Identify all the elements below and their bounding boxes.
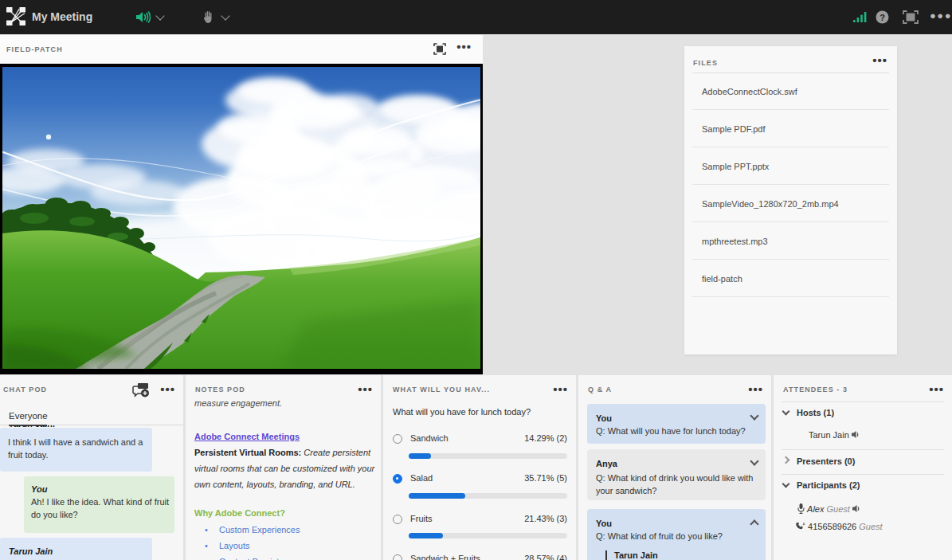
svg-text:?: ? xyxy=(880,13,885,22)
